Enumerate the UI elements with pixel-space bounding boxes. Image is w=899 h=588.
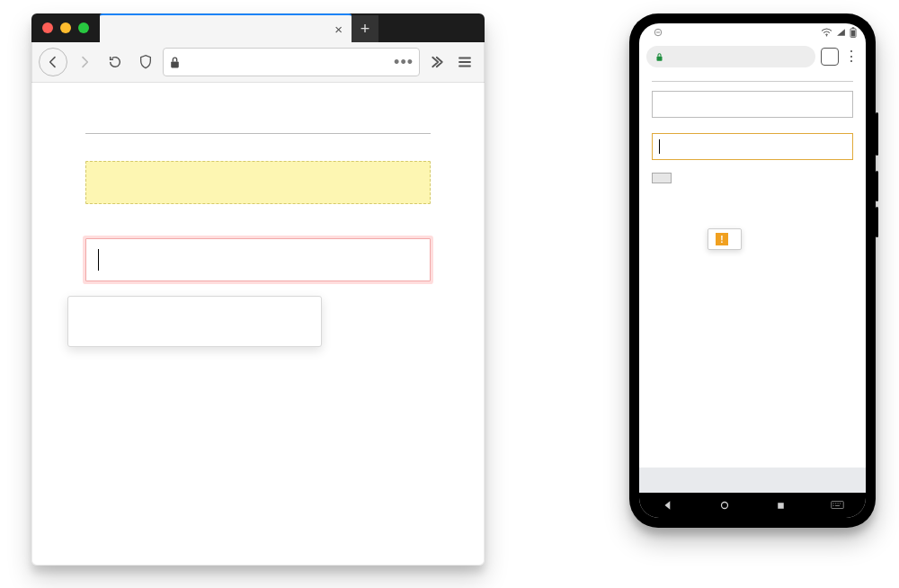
page-actions-icon[interactable]: ••• <box>394 53 414 72</box>
svg-rect-0 <box>171 61 179 67</box>
tab-count-button[interactable] <box>821 48 839 66</box>
soft-keyboard <box>639 468 866 493</box>
hamburger-menu-icon[interactable] <box>452 49 477 75</box>
svg-rect-9 <box>831 501 842 508</box>
svg-rect-8 <box>778 503 784 509</box>
browser-toolbar: ••• <box>31 42 485 83</box>
password-field[interactable] <box>652 133 853 160</box>
nav-back-icon[interactable] <box>662 499 674 512</box>
email-field[interactable] <box>85 161 431 204</box>
password-field[interactable] <box>85 238 431 281</box>
phone-volume-up-button[interactable] <box>876 171 878 201</box>
browser-tab-active[interactable]: × <box>100 13 352 42</box>
wifi-icon <box>821 28 832 37</box>
forward-button[interactable] <box>71 49 98 76</box>
tracking-protection-icon[interactable] <box>132 49 159 76</box>
reload-button[interactable] <box>102 49 129 76</box>
lock-icon <box>655 52 663 62</box>
validation-tooltip <box>67 296 322 347</box>
window-titlebar: × + <box>31 13 485 42</box>
svg-rect-4 <box>852 27 854 29</box>
status-bar <box>639 23 866 41</box>
battery-icon <box>850 27 857 38</box>
window-controls <box>31 13 100 42</box>
tab-strip: × + <box>100 13 485 42</box>
maximize-window-button[interactable] <box>78 22 89 33</box>
minimize-window-button[interactable] <box>60 22 71 33</box>
back-button[interactable] <box>39 48 67 76</box>
do-not-disturb-icon <box>654 28 663 37</box>
phone-screen: ⋮ ! <box>639 23 866 518</box>
overflow-chevron-icon[interactable] <box>423 49 449 75</box>
email-field[interactable] <box>652 91 853 118</box>
mobile-url-bar[interactable] <box>646 46 815 67</box>
android-nav-bar <box>639 493 866 518</box>
new-tab-button[interactable]: + <box>352 15 378 42</box>
sign-in-button[interactable] <box>652 173 672 183</box>
heading-rule <box>652 81 853 82</box>
heading-rule <box>85 133 431 134</box>
mobile-address-bar-row: ⋮ <box>646 43 859 70</box>
svg-point-2 <box>826 35 828 37</box>
validation-tooltip: ! <box>708 228 742 250</box>
mobile-page-content: ! <box>639 76 866 468</box>
close-tab-icon[interactable]: × <box>334 22 343 37</box>
svg-rect-6 <box>657 56 663 60</box>
plus-icon: + <box>360 21 370 37</box>
svg-rect-5 <box>851 31 855 37</box>
warning-icon: ! <box>716 233 728 245</box>
phone-power-button[interactable] <box>876 112 878 156</box>
phone-volume-down-button[interactable] <box>876 207 878 237</box>
nav-recents-icon[interactable] <box>775 500 787 512</box>
text-caret <box>98 249 99 271</box>
text-caret <box>659 139 660 154</box>
nav-keyboard-icon[interactable] <box>831 501 844 511</box>
close-window-button[interactable] <box>42 22 53 33</box>
nav-home-icon[interactable] <box>718 499 731 512</box>
lock-icon <box>169 56 181 69</box>
cell-signal-icon <box>836 28 846 37</box>
url-bar[interactable]: ••• <box>163 48 420 76</box>
desktop-browser-window: × + ••• <box>31 13 485 566</box>
svg-point-7 <box>721 503 727 509</box>
page-content <box>31 83 485 281</box>
mobile-phone-frame: ⋮ ! <box>629 13 876 528</box>
